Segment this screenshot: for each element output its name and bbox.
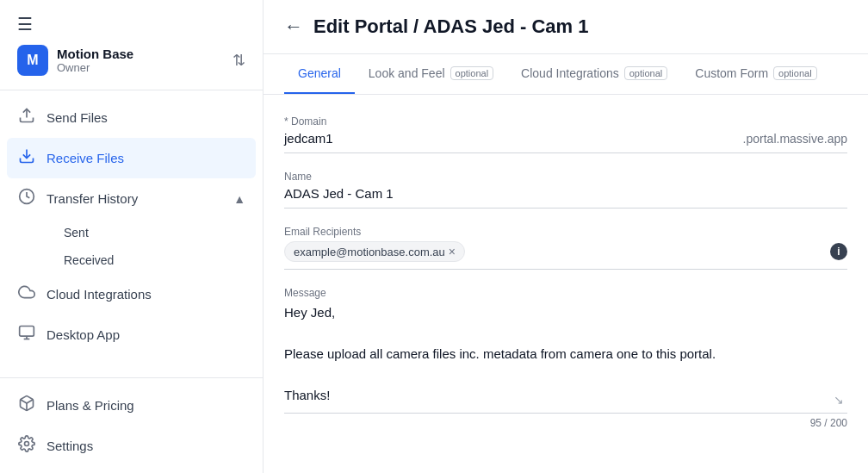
main-content: ← Edit Portal / ADAS Jed - Cam 1 General… (264, 0, 868, 473)
cloud-integrations-label: Cloud Integrations (46, 287, 245, 302)
domain-field: * Domain jedcam1 .portal.massive.app (284, 115, 847, 153)
domain-label: * Domain (284, 115, 847, 128)
message-line2: Please upload all camera files inc. meta… (284, 344, 847, 364)
domain-value[interactable]: jedcam1 (284, 131, 333, 146)
sidebar-item-cloud-integrations[interactable]: Cloud Integrations (0, 274, 263, 314)
email-recipients-info-icon[interactable]: i (830, 243, 847, 260)
message-line3: Thanks! (284, 385, 847, 406)
settings-icon (17, 435, 36, 457)
transfer-history-arrow-icon: ▲ (233, 192, 245, 206)
sidebar-sub-item-received[interactable]: Received (46, 246, 263, 274)
tab-custom-form-badge: optional (773, 66, 817, 80)
account-switcher-icon[interactable]: ⇅ (232, 51, 245, 70)
sidebar-item-plans-pricing[interactable]: Plans & Pricing (0, 385, 263, 426)
transfer-history-label: Transfer History (46, 191, 223, 206)
message-char-count: 95 / 200 (284, 417, 847, 429)
account-row: M Motion Base Owner ⇅ (17, 45, 245, 76)
sidebar-bottom: Plans & Pricing Settings (0, 377, 263, 473)
name-field: Name ADAS Jed - Cam 1 (284, 171, 847, 208)
sidebar-item-transfer-history[interactable]: Transfer History ▲ (0, 178, 263, 219)
tab-cloud-integrations-badge: optional (624, 66, 668, 80)
svg-point-7 (25, 442, 29, 446)
tab-cloud-integrations[interactable]: Cloud Integrations optional (507, 54, 681, 94)
message-field: Message Hey Jed, Please upload all camer… (284, 287, 847, 429)
receive-files-icon (17, 147, 36, 169)
plans-pricing-label: Plans & Pricing (46, 398, 245, 413)
main-header: ← Edit Portal / ADAS Jed - Cam 1 (264, 0, 868, 54)
email-tag: example@motionbase.com.au × (284, 241, 465, 262)
receive-files-label: Receive Files (46, 151, 245, 165)
page-title: Edit Portal / ADAS Jed - Cam 1 (313, 16, 588, 38)
tab-general[interactable]: General (284, 54, 355, 94)
sidebar-nav: Send Files Receive Files Transfer Histor… (0, 90, 263, 377)
form-body: * Domain jedcam1 .portal.massive.app Nam… (264, 95, 868, 450)
plans-pricing-icon (17, 395, 36, 416)
tab-custom-form[interactable]: Custom Form optional (681, 54, 830, 94)
transfer-history-icon (17, 188, 36, 209)
sidebar: ☰ M Motion Base Owner ⇅ Send Files (0, 0, 264, 473)
send-files-label: Send Files (46, 110, 245, 125)
desktop-app-label: Desktop App (46, 327, 245, 342)
sidebar-header: ☰ M Motion Base Owner ⇅ (0, 0, 263, 90)
settings-label: Settings (46, 439, 245, 453)
tab-look-and-feel-badge: optional (450, 66, 494, 80)
avatar: M (17, 45, 48, 76)
message-line1: Hey Jed, (284, 302, 847, 323)
email-recipients-label: Email Recipients (284, 226, 847, 238)
svg-rect-3 (20, 327, 34, 337)
sidebar-item-send-files[interactable]: Send Files (0, 97, 263, 138)
send-files-icon (17, 107, 36, 128)
desktop-app-icon (17, 324, 36, 345)
tab-cloud-integrations-label: Cloud Integrations (521, 66, 619, 80)
cloud-integrations-icon (17, 283, 36, 305)
sidebar-sub-item-sent[interactable]: Sent (46, 219, 263, 246)
message-label: Message (284, 287, 847, 299)
account-text: Motion Base Owner (57, 47, 133, 74)
name-field-row: ADAS Jed - Cam 1 (284, 186, 847, 208)
email-tag-value: example@motionbase.com.au (294, 246, 445, 258)
domain-field-row: jedcam1 .portal.massive.app (284, 131, 847, 153)
tabs-bar: General Look and Feel optional Cloud Int… (264, 54, 868, 95)
account-info: M Motion Base Owner (17, 45, 133, 76)
sidebar-item-desktop-app[interactable]: Desktop App (0, 314, 263, 355)
tab-look-and-feel[interactable]: Look and Feel optional (355, 54, 507, 94)
transfer-history-sub-items: Sent Received (0, 219, 263, 274)
back-button[interactable]: ← (284, 16, 303, 38)
name-label: Name (284, 171, 847, 183)
sidebar-item-receive-files[interactable]: Receive Files (7, 138, 256, 178)
account-role: Owner (57, 61, 133, 74)
name-value[interactable]: ADAS Jed - Cam 1 (284, 186, 394, 201)
email-recipients-field: Email Recipients example@motionbase.com.… (284, 226, 847, 270)
email-tag-remove-button[interactable]: × (449, 245, 456, 258)
domain-suffix: .portal.massive.app (743, 132, 847, 146)
account-name: Motion Base (57, 47, 133, 61)
sidebar-item-settings[interactable]: Settings (0, 426, 263, 466)
tab-general-label: General (298, 66, 341, 80)
tab-look-and-feel-label: Look and Feel (369, 66, 445, 80)
hamburger-menu-icon[interactable]: ☰ (17, 14, 245, 34)
message-content[interactable]: Hey Jed, Please upload all camera files … (284, 302, 847, 414)
email-recipients-row: example@motionbase.com.au × i (284, 241, 847, 270)
email-tags-container: example@motionbase.com.au × (284, 241, 830, 262)
tab-custom-form-label: Custom Form (695, 66, 768, 80)
